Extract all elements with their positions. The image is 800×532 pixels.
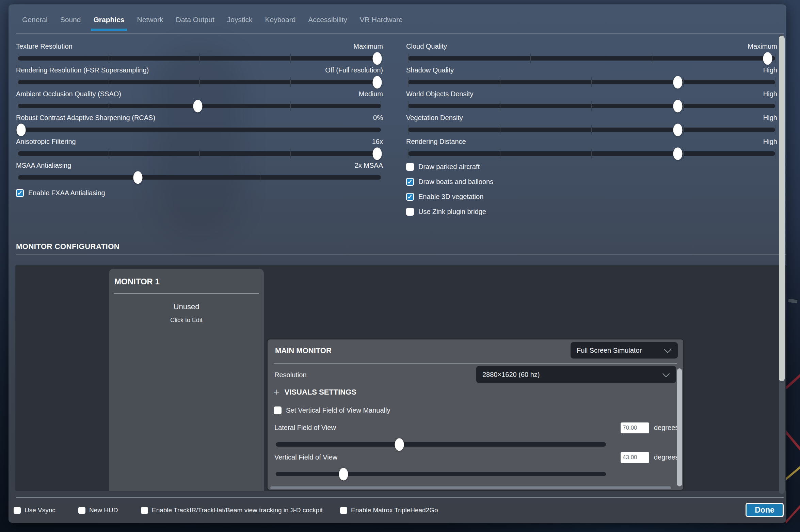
slider-track[interactable] (18, 175, 381, 180)
slider-tick (199, 77, 200, 87)
main-monitor-title: MAIN MONITOR (275, 346, 332, 355)
slider-track[interactable] (408, 104, 775, 108)
tab-keyboard[interactable]: Keyboard (265, 16, 295, 31)
checkbox[interactable] (340, 507, 347, 514)
checkbox[interactable] (406, 178, 414, 186)
slider-tick (109, 149, 109, 159)
slider-thumb[interactable] (395, 438, 404, 451)
slider-thumb[interactable] (339, 468, 348, 480)
slider-thumb[interactable] (673, 100, 683, 112)
slider-value: High (763, 90, 777, 98)
checkbox-enable-3d-vegetation[interactable]: Enable 3D vegetation (406, 192, 777, 202)
slider-track[interactable] (18, 56, 381, 61)
checkbox[interactable] (406, 163, 414, 171)
slider-tick (18, 53, 18, 63)
checkbox-label: Enable TrackIR/TrackHat/Beam view tracki… (152, 506, 323, 514)
graphics-left-column: Texture Resolution Maximum Rendering Res… (16, 43, 383, 221)
checkbox[interactable] (16, 189, 24, 197)
checkbox-trackir[interactable]: Enable TrackIR/TrackHat/Beam view tracki… (141, 505, 323, 515)
visuals-settings-header[interactable]: + VISUALS SETTINGS (274, 387, 356, 397)
graphics-right-column: Cloud Quality Maximum Shadow Quality Hig… (406, 43, 777, 221)
checkbox-draw-parked-aircraft[interactable]: Draw parked aircraft (406, 162, 777, 172)
checkbox-matrox-triplehead2go[interactable]: Enable Matrox TripleHead2Go (340, 505, 438, 515)
monitor1-card[interactable]: MONITOR 1 Unused Click to Edit (109, 269, 264, 491)
checkbox[interactable] (141, 507, 148, 514)
slider-tick (290, 53, 291, 63)
slider-row-anisotropic: Anisotropic Filtering 16x (16, 138, 383, 158)
checkbox-use-zink[interactable]: Use Zink plugin bridge (406, 206, 777, 217)
monitor-mode-value: Full Screen Simulator (577, 347, 665, 354)
tab-sound[interactable]: Sound (60, 16, 81, 31)
slider-thumb[interactable] (193, 100, 202, 112)
vertical-fov-track[interactable] (276, 472, 606, 476)
checkbox-vfov-manual[interactable]: Set Vertical Field of View Manually (274, 405, 390, 415)
slider-value: Maximum (748, 43, 777, 50)
slider-thumb[interactable] (763, 52, 772, 65)
lateral-fov-input[interactable] (621, 422, 649, 433)
slider-row-ssao: Ambient Occlusion Quality (SSAO) Medium (16, 90, 383, 111)
slider-row-texture-resolution: Texture Resolution Maximum (16, 43, 383, 63)
slider-thumb[interactable] (673, 76, 683, 88)
slider-track[interactable] (408, 151, 775, 156)
slider-thumb[interactable] (133, 171, 142, 184)
slider-thumb[interactable] (673, 123, 683, 136)
resolution-label: Resolution (274, 371, 307, 379)
checkbox-draw-boats-balloons[interactable]: Draw boats and balloons (406, 177, 777, 187)
slider-label: MSAA Antialiasing (16, 162, 71, 169)
slider-track[interactable] (18, 80, 381, 84)
slider-thumb[interactable] (373, 147, 382, 160)
slider-value: High (763, 138, 777, 146)
slider-tick (290, 101, 291, 111)
slider-track[interactable] (18, 151, 381, 156)
slider-thumb[interactable] (16, 123, 26, 136)
slider-label: World Objects Density (406, 90, 473, 98)
tab-accessibility[interactable]: Accessibility (308, 16, 347, 31)
slider-track[interactable] (408, 56, 775, 61)
slider-tick (591, 149, 592, 159)
slider-thumb[interactable] (673, 147, 683, 160)
slider-thumb[interactable] (373, 52, 382, 65)
checkbox[interactable] (406, 193, 414, 201)
tab-network[interactable]: Network (137, 16, 163, 31)
slider-tick (109, 77, 109, 87)
vertical-fov-input[interactable] (621, 452, 649, 463)
lateral-fov-track[interactable] (276, 442, 606, 447)
slider-tick (683, 149, 684, 159)
checkbox[interactable] (14, 507, 21, 514)
slider-tick (408, 77, 409, 87)
slider-tick (199, 53, 200, 63)
slider-track[interactable] (408, 128, 775, 132)
slider-tick (683, 101, 684, 111)
bottom-bar: Use Vsync New HUD Enable TrackIR/TrackHa… (9, 501, 786, 523)
dialog-scrollbar-thumb[interactable] (779, 36, 785, 381)
monitor-mode-dropdown[interactable]: Full Screen Simulator (571, 342, 678, 359)
slider-label: Cloud Quality (406, 43, 447, 50)
checkbox-label: Enable FXAA Antialiasing (28, 189, 105, 197)
checkbox-enable-fxaa[interactable]: Enable FXAA Antialiasing (16, 188, 383, 198)
checkbox-use-vsync[interactable]: Use Vsync (14, 505, 55, 515)
tab-joystick[interactable]: Joystick (227, 16, 253, 31)
tab-general[interactable]: General (22, 16, 48, 31)
done-button[interactable]: Done (746, 503, 784, 517)
slider-track[interactable] (18, 104, 381, 108)
settings-dialog: General Sound Graphics Network Data Outp… (9, 4, 786, 523)
monitor-configuration-title: MONITOR CONFIGURATION (16, 242, 119, 251)
tab-graphics[interactable]: Graphics (93, 16, 124, 31)
checkbox-new-hud[interactable]: New HUD (78, 505, 118, 515)
plus-icon[interactable]: + (274, 387, 280, 397)
main-monitor-horizontal-scrollbar[interactable] (270, 486, 671, 489)
checkbox-label: New HUD (89, 506, 118, 514)
slider-thumb[interactable] (373, 76, 382, 88)
dialog-scrollbar-track[interactable] (779, 34, 785, 494)
main-monitor-vertical-scrollbar[interactable] (677, 368, 682, 486)
checkbox[interactable] (406, 208, 414, 216)
slider-track[interactable] (18, 128, 381, 132)
monitor1-status: Unused (109, 302, 264, 311)
checkbox[interactable] (78, 507, 85, 514)
resolution-dropdown[interactable]: 2880×1620 (60 hz) (476, 366, 676, 383)
slider-track[interactable] (408, 80, 775, 84)
tab-vr-hardware[interactable]: VR Hardware (360, 16, 403, 31)
checkbox[interactable] (274, 406, 282, 414)
tab-data-output[interactable]: Data Output (176, 16, 214, 31)
slider-tick (683, 125, 684, 135)
